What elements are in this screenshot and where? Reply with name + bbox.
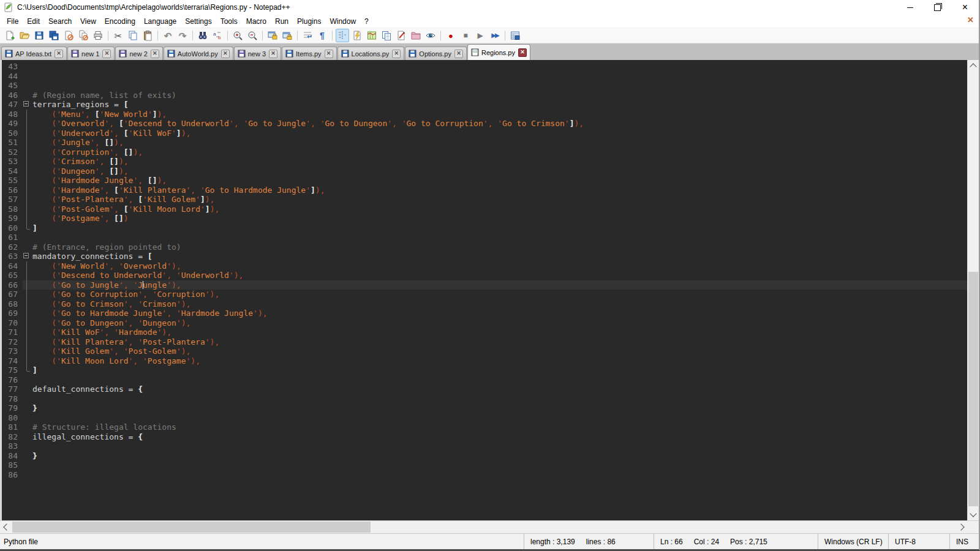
tab-locations.py[interactable]: Locations.py✕ — [337, 47, 405, 60]
line-content: ('Post-Golem', ['Kill Moon Lord']), — [31, 204, 967, 214]
menu-item-view[interactable]: View — [76, 16, 100, 27]
menu-item-search[interactable]: Search — [44, 16, 76, 27]
tab-new-3[interactable]: new 3✕ — [234, 47, 281, 60]
macro-record-icon[interactable]: ● — [444, 29, 458, 42]
tab-autoworld.py[interactable]: AutoWorld.py✕ — [164, 47, 233, 60]
editor-area[interactable]: 43444546# (Region name, list of exits)47… — [0, 60, 979, 520]
status-eol-format[interactable]: Windows (CR LF) — [818, 534, 888, 549]
fold-collapse-icon[interactable] — [23, 100, 31, 110]
code-line-50: 50 ('Underworld', ['Kill WoF']), — [2, 129, 967, 138]
horizontal-scrollbar[interactable] — [0, 521, 968, 533]
restore-button[interactable] — [924, 0, 951, 15]
tab-label: Locations.py — [352, 50, 390, 58]
print-icon[interactable] — [91, 29, 105, 42]
line-content: ] — [31, 365, 967, 375]
line-content: ('Hardmode', ['Kill Plantera', 'Go to Ha… — [31, 186, 967, 195]
close-file-icon[interactable] — [62, 29, 75, 42]
menu-item-file[interactable]: File — [2, 16, 23, 27]
cut-icon[interactable]: ✂ — [111, 29, 125, 42]
tab-new-1[interactable]: new 1✕ — [67, 47, 115, 60]
line-content: ('Menu', ['New World']), — [31, 110, 967, 119]
code-area[interactable]: 43444546# (Region name, list of exits)47… — [2, 60, 967, 520]
line-content: ('Jungle', []), — [31, 138, 967, 148]
status-typing-mode[interactable]: INS — [949, 534, 979, 549]
line-content: } — [31, 403, 967, 413]
tab-close-icon[interactable]: ✕ — [102, 50, 111, 58]
tab-close-icon[interactable]: ✕ — [55, 50, 63, 58]
macro-play-icon[interactable]: ▶ — [473, 29, 487, 42]
redo-icon[interactable]: ↷ — [176, 29, 189, 42]
document-map-icon[interactable] — [365, 29, 379, 42]
menu-item-?[interactable]: ? — [360, 16, 373, 27]
tab-label: AP Ideas.txt — [15, 50, 51, 58]
scroll-down-arrow-icon[interactable] — [970, 510, 976, 517]
save-all-icon[interactable] — [47, 29, 61, 42]
menu-item-macro[interactable]: Macro — [242, 16, 271, 27]
scroll-up-arrow-icon[interactable] — [970, 63, 976, 70]
zoom-out-icon[interactable] — [246, 29, 259, 42]
menu-item-language[interactable]: Language — [140, 16, 181, 27]
monitoring-icon[interactable] — [424, 29, 437, 42]
tab-close-icon[interactable]: ✕ — [325, 50, 333, 58]
new-file-icon[interactable] — [3, 29, 17, 42]
find-icon[interactable] — [196, 29, 209, 42]
word-wrap-icon[interactable] — [301, 29, 314, 42]
tab-new-2[interactable]: new 2✕ — [115, 47, 162, 60]
menu-item-plugins[interactable]: Plugins — [293, 16, 325, 27]
vertical-scrollbar-thumb[interactable] — [968, 272, 978, 507]
tab-options.py[interactable]: Options.py✕ — [405, 47, 467, 60]
fold-margin — [23, 290, 31, 299]
tab-ap-ideas.txt[interactable]: AP Ideas.txt✕ — [1, 47, 67, 60]
undo-icon[interactable]: ↶ — [161, 29, 175, 42]
menu-item-run[interactable]: Run — [271, 16, 293, 27]
minimize-button[interactable] — [896, 0, 924, 15]
open-file-icon[interactable] — [18, 29, 31, 42]
replace-icon[interactable]: ab — [211, 29, 224, 42]
tab-close-icon[interactable]: ✕ — [221, 50, 230, 58]
tab-close-icon[interactable]: ✕ — [269, 50, 277, 58]
menu-item-edit[interactable]: Edit — [23, 16, 44, 27]
line-content: ('Kill Plantera', 'Post-Plantera'), — [31, 337, 967, 347]
menubar-close-icon[interactable]: ✕ — [967, 15, 974, 24]
vertical-scrollbar[interactable] — [967, 60, 979, 520]
menu-item-window[interactable]: Window — [325, 16, 360, 27]
copy-icon[interactable] — [126, 29, 140, 42]
sync-vertical-scroll-icon[interactable] — [266, 29, 279, 42]
scroll-right-arrow-icon[interactable] — [957, 523, 964, 530]
menu-item-tools[interactable]: Tools — [216, 16, 242, 27]
paste-icon[interactable] — [141, 29, 154, 42]
save-icon[interactable] — [32, 29, 46, 42]
macro-save-icon[interactable] — [508, 29, 522, 42]
sync-horizontal-scroll-icon[interactable] — [281, 29, 294, 42]
tab-close-icon[interactable]: ✕ — [392, 50, 401, 58]
code-line-45: 45 — [2, 81, 967, 91]
status-cursor-position: Ln : 66Col : 24Pos : 2,715 — [654, 534, 818, 549]
menu-item-settings[interactable]: Settings — [181, 16, 216, 27]
menu-item-encoding[interactable]: Encoding — [100, 16, 140, 27]
line-content: ('Go to Corruption', 'Corruption'), — [31, 290, 967, 299]
function-completion-icon[interactable] — [350, 29, 364, 42]
code-line-46: 46# (Region name, list of exits) — [2, 91, 967, 100]
close-button[interactable]: × — [951, 0, 979, 15]
code-line-78: 78 — [2, 394, 967, 404]
macro-stop-icon[interactable]: ■ — [459, 29, 472, 42]
macro-run-multiple-icon[interactable]: ▶▶ — [488, 29, 502, 42]
horizontal-scrollbar-thumb[interactable] — [12, 522, 371, 533]
tab-regions.py[interactable]: Regions.py✕ — [467, 44, 530, 60]
show-all-characters-icon[interactable]: ¶ — [315, 29, 329, 42]
tab-close-icon[interactable]: ✕ — [518, 48, 527, 57]
tab-close-icon[interactable]: ✕ — [454, 50, 463, 58]
scroll-left-arrow-icon[interactable] — [3, 523, 10, 530]
line-content: # (Region name, list of exits) — [31, 91, 967, 100]
fold-collapse-icon[interactable] — [23, 252, 31, 261]
tab-close-icon[interactable]: ✕ — [151, 50, 159, 58]
status-encoding[interactable]: UTF-8 — [888, 534, 949, 549]
show-indent-guide-icon[interactable] — [336, 29, 349, 42]
tab-items.py[interactable]: Items.py✕ — [282, 47, 337, 60]
document-list-icon[interactable] — [380, 29, 393, 42]
zoom-in-icon[interactable] — [231, 29, 244, 42]
line-number: 65 — [2, 271, 23, 280]
function-list-icon[interactable] — [394, 29, 408, 42]
folder-as-workspace-icon[interactable] — [409, 29, 423, 42]
close-all-icon[interactable] — [77, 29, 90, 42]
